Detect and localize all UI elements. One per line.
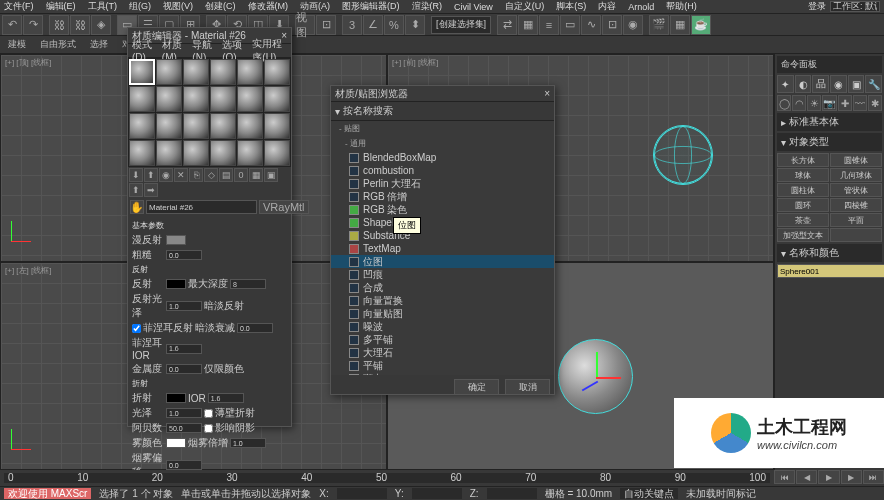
material-slot[interactable] — [237, 59, 263, 85]
make-unique-button[interactable]: ◇ — [204, 168, 218, 182]
menu-content[interactable]: 内容 — [598, 0, 616, 13]
menu-civil[interactable]: Civil View — [454, 2, 493, 12]
browser-title[interactable]: 材质/贴图浏览器 × — [331, 86, 554, 102]
refract-color[interactable] — [166, 393, 186, 403]
menu-tools[interactable]: 工具(T) — [88, 0, 118, 13]
angle-snap-button[interactable]: ∠ — [363, 15, 383, 35]
auto-key-button[interactable]: 自动关键点 — [620, 488, 678, 499]
metal-spinner[interactable]: 0.0 — [166, 364, 202, 374]
viewcube[interactable] — [725, 63, 765, 103]
mirror-button[interactable]: ⇄ — [497, 15, 517, 35]
put-material-button[interactable]: ⬆ — [144, 168, 158, 182]
material-slot[interactable] — [156, 140, 182, 166]
play-button[interactable]: ▶ — [818, 470, 839, 484]
render-frame-button[interactable]: ▦ — [670, 15, 690, 35]
ref-coord-button[interactable]: 视图 — [295, 15, 315, 35]
obj-textplus[interactable]: 加强型文本 — [777, 228, 829, 242]
pick-material-button[interactable]: ✋ — [130, 200, 144, 214]
menu-file[interactable]: 文件(F) — [4, 0, 34, 13]
menu-render[interactable]: 渲染(R) — [412, 0, 443, 13]
lights-button[interactable]: ☀ — [807, 95, 821, 111]
sphere-wireframe[interactable] — [653, 125, 713, 185]
abbe-spinner[interactable]: 50.0 — [166, 423, 202, 433]
tab-motion[interactable]: ◉ — [830, 75, 847, 93]
obj-box[interactable]: 长方体 — [777, 153, 829, 167]
tab-utilities[interactable]: 🔧 — [865, 75, 882, 93]
obj-geosphere[interactable]: 几何球体 — [830, 168, 882, 182]
workspace-select[interactable] — [830, 1, 880, 12]
obj-torus[interactable]: 圆环 — [777, 198, 829, 212]
show-map-button[interactable]: ▦ — [249, 168, 263, 182]
cancel-button[interactable]: 取消 — [505, 379, 550, 395]
cameras-button[interactable]: 📷 — [822, 95, 836, 111]
bind-button[interactable]: ◈ — [91, 15, 111, 35]
material-slot[interactable] — [129, 86, 155, 112]
material-editor-button[interactable]: ◉ — [623, 15, 643, 35]
menu-group[interactable]: 组(G) — [129, 0, 151, 13]
list-item[interactable]: Substance — [331, 229, 554, 242]
menu-view[interactable]: 视图(V) — [163, 0, 193, 13]
reset-material-button[interactable]: ✕ — [174, 168, 188, 182]
rollout-basic-params[interactable]: 基本参数 — [132, 220, 287, 231]
menu-create[interactable]: 创建(C) — [205, 0, 236, 13]
rough-spinner[interactable]: 0.0 — [166, 250, 202, 260]
curve-editor-button[interactable]: ∿ — [581, 15, 601, 35]
ribbon-tab-freeform[interactable]: 自由形式 — [40, 38, 76, 51]
material-slot[interactable] — [129, 140, 155, 166]
ribbon-toggle[interactable]: ▭ — [560, 15, 580, 35]
geom-button[interactable]: ◯ — [777, 95, 791, 111]
material-slot[interactable] — [210, 59, 236, 85]
obj-cone[interactable]: 圆锥体 — [830, 153, 882, 167]
get-material-button[interactable]: ⬇ — [129, 168, 143, 182]
undo-button[interactable]: ↶ — [2, 15, 22, 35]
schematic-button[interactable]: ⊡ — [602, 15, 622, 35]
y-field[interactable] — [412, 488, 462, 499]
material-slot[interactable] — [237, 140, 263, 166]
goto-end-button[interactable]: ⏭ — [863, 470, 884, 484]
rollout-primitives[interactable]: ▸标准基本体 — [777, 113, 882, 131]
time-slider[interactable]: 01020 304050 607080 90100 — [4, 473, 770, 483]
redo-button[interactable]: ↷ — [23, 15, 43, 35]
menu-help[interactable]: 帮助(H) — [666, 0, 697, 13]
ok-button[interactable]: 确定 — [454, 379, 499, 395]
material-slot[interactable] — [264, 86, 290, 112]
material-slot[interactable] — [183, 86, 209, 112]
goto-start-button[interactable]: ⏮ — [774, 470, 795, 484]
object-name-input[interactable] — [777, 264, 884, 278]
list-item[interactable]: 向量置换 — [331, 294, 554, 307]
fresnel-checkbox[interactable] — [132, 324, 141, 333]
material-slot[interactable] — [264, 59, 290, 85]
list-item[interactable]: ShapeMap — [331, 216, 554, 229]
material-slot[interactable] — [183, 59, 209, 85]
sphere-shaded[interactable] — [558, 339, 633, 414]
maxscript-listener[interactable]: 欢迎使用 MAXScr — [4, 488, 91, 499]
material-slot[interactable] — [237, 113, 263, 139]
rollout-object-type[interactable]: ▾对象类型 — [777, 133, 882, 151]
list-item[interactable]: RGB 染色 — [331, 203, 554, 216]
list-item[interactable]: combustion — [331, 164, 554, 177]
material-slot[interactable] — [210, 113, 236, 139]
list-item-bitmap[interactable]: 位图 — [331, 255, 554, 268]
shadow-checkbox[interactable] — [204, 424, 213, 433]
fogbias-spinner[interactable]: 0.0 — [166, 460, 202, 470]
put-library-button[interactable]: ▤ — [219, 168, 233, 182]
fog-color[interactable] — [166, 438, 186, 448]
list-category-general[interactable]: - 通用 — [331, 136, 554, 151]
diffuse-color[interactable] — [166, 235, 186, 245]
menu-script[interactable]: 脚本(S) — [556, 0, 586, 13]
fogmult-spinner[interactable]: 1.0 — [230, 438, 266, 448]
percent-snap-button[interactable]: % — [384, 15, 404, 35]
list-item[interactable]: TextMap — [331, 242, 554, 255]
show-end-button[interactable]: ▣ — [264, 168, 278, 182]
material-id-button[interactable]: 0 — [234, 168, 248, 182]
tab-hierarchy[interactable]: 品 — [812, 75, 829, 93]
list-item[interactable]: 平铺 — [331, 359, 554, 372]
material-slot[interactable] — [129, 113, 155, 139]
search-label[interactable]: 按名称搜索 — [343, 104, 393, 118]
space-button[interactable]: 〰 — [853, 95, 867, 111]
list-item[interactable]: BlendedBoxMap — [331, 151, 554, 164]
ribbon-tab-selection[interactable]: 选择 — [90, 38, 108, 51]
assign-material-button[interactable]: ◉ — [159, 168, 173, 182]
material-slot[interactable] — [183, 113, 209, 139]
list-item[interactable]: 合成 — [331, 281, 554, 294]
